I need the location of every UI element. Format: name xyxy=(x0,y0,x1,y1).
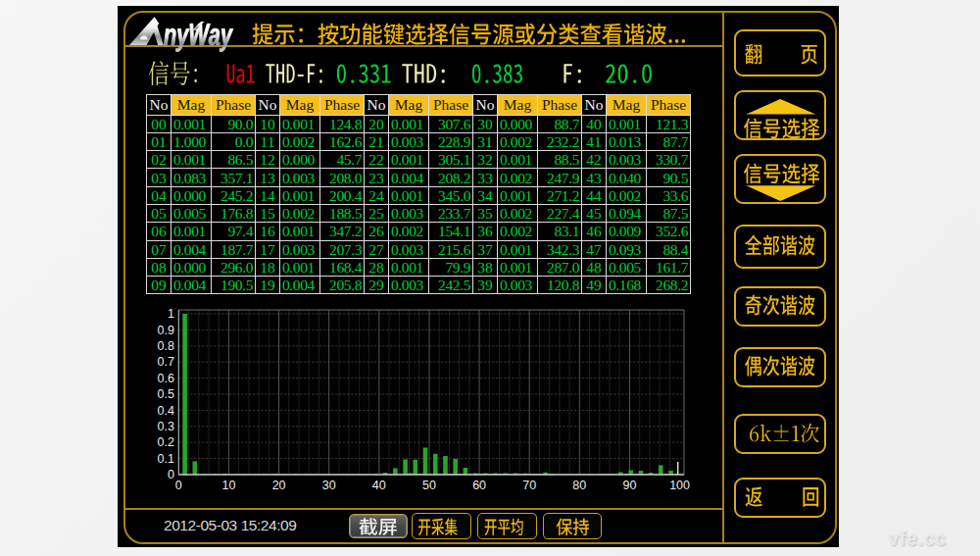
svg-text:0.1: 0.1 xyxy=(158,452,174,466)
svg-text:0.7: 0.7 xyxy=(158,355,174,369)
svg-text:50: 50 xyxy=(422,479,436,492)
svg-text:20: 20 xyxy=(272,479,286,492)
svg-text:0.5: 0.5 xyxy=(158,387,174,401)
svg-text:0: 0 xyxy=(175,479,182,492)
svg-text:0.6: 0.6 xyxy=(158,372,174,385)
svg-text:10: 10 xyxy=(221,479,235,492)
svg-text:0: 0 xyxy=(168,468,174,481)
svg-text:70: 70 xyxy=(522,479,536,492)
svg-text:0.8: 0.8 xyxy=(158,339,174,353)
svg-text:60: 60 xyxy=(472,479,486,492)
svg-text:90: 90 xyxy=(623,479,637,492)
svg-text:0.2: 0.2 xyxy=(158,435,174,449)
svg-text:1: 1 xyxy=(168,307,174,321)
svg-text:0.3: 0.3 xyxy=(158,420,174,433)
svg-text:0.9: 0.9 xyxy=(158,324,174,337)
svg-text:100: 100 xyxy=(669,479,690,492)
svg-text:0.4: 0.4 xyxy=(158,404,174,418)
svg-text:30: 30 xyxy=(322,479,336,492)
svg-text:80: 80 xyxy=(572,479,586,492)
svg-text:40: 40 xyxy=(372,479,386,492)
